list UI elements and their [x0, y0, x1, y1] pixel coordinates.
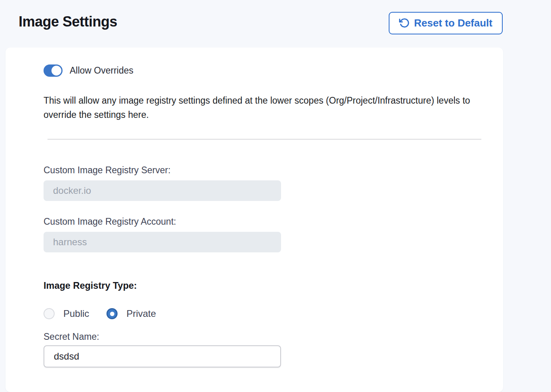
overrides-description: This will allow any image registry setti… — [44, 93, 487, 122]
registry-account-input[interactable] — [44, 232, 281, 252]
allow-overrides-toggle[interactable] — [44, 64, 63, 77]
radio-circle-private[interactable] — [106, 308, 118, 319]
radio-label-private: Private — [126, 308, 156, 319]
registry-type-radio-group: Public Private — [44, 307, 156, 320]
secret-name-input[interactable] — [44, 345, 281, 367]
registry-type-label: Image Registry Type: — [44, 280, 137, 291]
reset-to-default-button[interactable]: Reset to Default — [389, 12, 503, 34]
reset-button-label: Reset to Default — [414, 17, 492, 29]
section-divider — [48, 139, 481, 140]
radio-option-public[interactable]: Public — [44, 308, 89, 319]
registry-server-input[interactable] — [44, 180, 281, 201]
secret-name-label: Secret Name: — [44, 331, 99, 342]
radio-circle-public[interactable] — [44, 308, 55, 319]
allow-overrides-label: Allow Overrides — [70, 65, 133, 76]
radio-option-private[interactable]: Private — [106, 308, 156, 319]
toggle-knob — [51, 66, 61, 76]
allow-overrides-row: Allow Overrides — [44, 64, 133, 77]
image-settings-card: Allow Overrides This will allow any imag… — [6, 47, 503, 392]
registry-server-label: Custom Image Registry Server: — [44, 165, 171, 176]
registry-account-label: Custom Image Registry Account: — [44, 216, 176, 227]
rotate-ccw-icon — [399, 18, 410, 28]
page-title: Image Settings — [19, 13, 117, 30]
radio-label-public: Public — [63, 308, 89, 319]
